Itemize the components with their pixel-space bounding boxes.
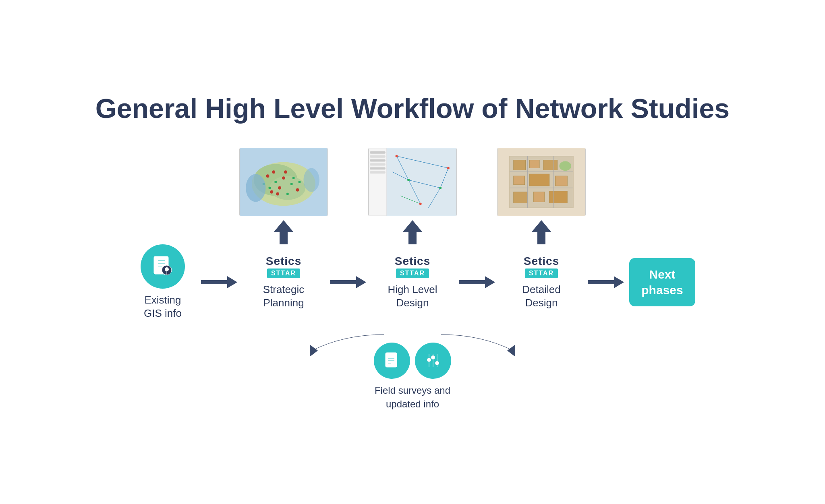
map-strategic bbox=[239, 148, 328, 244]
svg-point-12 bbox=[296, 188, 299, 191]
svg-rect-24 bbox=[370, 151, 386, 153]
node-hld: Setics STTAR High Level Design bbox=[368, 255, 457, 310]
node-strategic-planning: Setics STTAR Strategic Planning bbox=[239, 255, 328, 310]
svg-marker-69 bbox=[201, 276, 237, 288]
svg-point-84 bbox=[431, 355, 435, 359]
svg-rect-52 bbox=[556, 176, 568, 186]
sttar-badge-2: STTAR bbox=[396, 269, 429, 278]
sttar-badge-1: STTAR bbox=[267, 269, 300, 278]
svg-point-39 bbox=[396, 155, 398, 157]
setics-brand-1: Setics bbox=[266, 255, 302, 268]
existing-gis-icon bbox=[141, 244, 185, 289]
svg-point-15 bbox=[292, 177, 295, 179]
map-detailed bbox=[497, 148, 586, 244]
svg-point-83 bbox=[427, 358, 431, 362]
setics-brand-2: Setics bbox=[395, 255, 431, 268]
svg-point-18 bbox=[276, 192, 279, 195]
svg-rect-76 bbox=[386, 353, 397, 356]
svg-rect-50 bbox=[514, 176, 525, 185]
svg-point-19 bbox=[246, 174, 265, 202]
svg-point-60 bbox=[559, 161, 571, 171]
svg-rect-48 bbox=[529, 160, 539, 168]
svg-rect-30 bbox=[387, 148, 456, 216]
strategic-planning-label: Strategic Planning bbox=[263, 283, 305, 310]
svg-rect-23 bbox=[369, 148, 386, 216]
svg-rect-26 bbox=[370, 159, 386, 161]
feedback-label: Field surveys and updated info bbox=[375, 384, 450, 411]
setics-brand-3: Setics bbox=[524, 255, 560, 268]
setics-logo-1: Setics STTAR bbox=[266, 255, 302, 278]
svg-point-7 bbox=[290, 182, 293, 185]
node-detailed-design: Setics STTAR Detailed Design bbox=[497, 255, 586, 310]
svg-point-4 bbox=[266, 174, 269, 178]
arrow-4 bbox=[586, 274, 626, 290]
workflow-diagram: Existing GIS info Setics STTAR Strategic… bbox=[30, 148, 795, 411]
page-title: General High Level Workflow of Network S… bbox=[95, 93, 730, 124]
node-next-phases: Next phases bbox=[626, 258, 699, 306]
svg-rect-51 bbox=[529, 174, 549, 186]
sttar-badge-3: STTAR bbox=[525, 269, 558, 278]
svg-point-10 bbox=[270, 190, 273, 193]
next-phases-label: Next phases bbox=[641, 266, 683, 298]
svg-point-16 bbox=[284, 170, 287, 174]
existing-gis-label: Existing GIS info bbox=[144, 293, 182, 321]
up-arrow-detailed bbox=[531, 220, 551, 244]
hld-label: High Level Design bbox=[388, 283, 437, 310]
svg-rect-53 bbox=[514, 192, 528, 203]
svg-point-11 bbox=[286, 192, 289, 195]
svg-marker-70 bbox=[330, 276, 366, 288]
svg-point-14 bbox=[272, 170, 275, 174]
map-hld bbox=[368, 148, 457, 244]
svg-rect-28 bbox=[370, 167, 386, 169]
svg-rect-27 bbox=[370, 163, 386, 165]
svg-marker-72 bbox=[588, 276, 624, 288]
svg-point-42 bbox=[439, 186, 442, 189]
svg-point-9 bbox=[298, 181, 301, 183]
setics-logo-3: Setics STTAR bbox=[524, 255, 560, 278]
svg-point-43 bbox=[419, 202, 422, 205]
feedback-section: Field surveys and updated info bbox=[272, 326, 553, 411]
svg-point-41 bbox=[407, 179, 410, 181]
sliders-icon-circle bbox=[415, 343, 451, 379]
arrow-1 bbox=[199, 274, 239, 290]
arrow-3 bbox=[457, 274, 497, 290]
svg-marker-61 bbox=[531, 220, 551, 244]
svg-marker-21 bbox=[274, 220, 294, 244]
svg-rect-63 bbox=[154, 256, 156, 274]
svg-rect-25 bbox=[370, 155, 386, 157]
setics-logo-2: Setics STTAR bbox=[395, 255, 431, 278]
svg-point-3 bbox=[269, 176, 305, 200]
arrow-2 bbox=[328, 274, 368, 290]
main-flow-row: Existing GIS info Setics STTAR Strategic… bbox=[30, 244, 795, 321]
svg-rect-49 bbox=[543, 160, 558, 170]
svg-point-17 bbox=[268, 186, 271, 189]
svg-rect-47 bbox=[514, 160, 526, 170]
svg-point-20 bbox=[303, 168, 319, 192]
top-images-row bbox=[30, 148, 795, 244]
svg-point-5 bbox=[274, 181, 277, 183]
svg-marker-44 bbox=[402, 220, 423, 244]
svg-point-6 bbox=[282, 176, 285, 180]
node-existing-gis: Existing GIS info bbox=[126, 244, 199, 321]
next-phases-box: Next phases bbox=[629, 258, 695, 306]
up-arrow-strategic bbox=[274, 220, 294, 244]
svg-point-85 bbox=[435, 361, 439, 365]
detailed-design-label: Detailed Design bbox=[522, 283, 560, 310]
svg-rect-55 bbox=[549, 191, 567, 203]
svg-marker-74 bbox=[507, 345, 515, 357]
svg-marker-73 bbox=[310, 345, 318, 357]
feedback-row: Field surveys and updated info bbox=[30, 326, 795, 411]
feedback-icons-row bbox=[374, 343, 451, 379]
svg-point-68 bbox=[165, 267, 169, 271]
svg-rect-29 bbox=[370, 171, 386, 174]
feedback-content: Field surveys and updated info bbox=[374, 343, 451, 411]
document-icon-circle bbox=[374, 343, 410, 379]
up-arrow-hld bbox=[402, 220, 423, 244]
svg-point-8 bbox=[278, 186, 281, 189]
svg-rect-54 bbox=[533, 192, 545, 202]
svg-marker-71 bbox=[459, 276, 495, 288]
svg-point-40 bbox=[447, 167, 450, 169]
